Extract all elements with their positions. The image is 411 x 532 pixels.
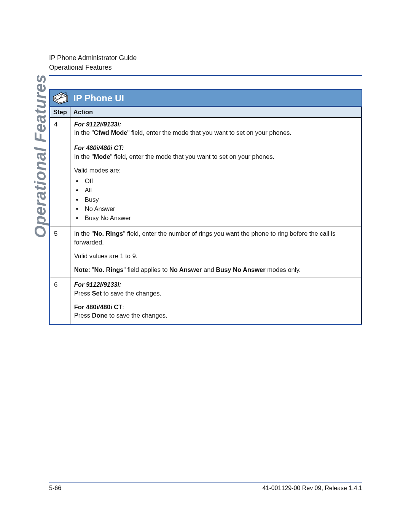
doc-id: 41-001129-00 Rev 09, Release 1.4.1	[263, 485, 362, 492]
model-heading: For 9112i/9133i:	[74, 281, 121, 288]
list-item: All	[83, 186, 357, 194]
text: to save the changes.	[108, 312, 167, 319]
step-action: For 9112i/9133i: In the "Cfwd Mode" fiel…	[70, 117, 361, 227]
step-number: 5	[50, 227, 70, 278]
text: Press	[74, 312, 92, 319]
text: Valid values are 1 to 9.	[74, 252, 357, 260]
text: "	[90, 266, 94, 273]
page-footer: 5-66 41-001129-00 Rev 09, Release 1.4.1	[49, 482, 362, 492]
page-number: 5-66	[49, 485, 61, 492]
list-item: Busy	[83, 195, 357, 204]
key-name: Set	[92, 290, 102, 297]
side-section-label: Operational Features	[31, 86, 49, 238]
text: Valid modes are:	[74, 166, 357, 174]
table-row: 4 For 9112i/9133i: In the "Cfwd Mode" fi…	[50, 117, 362, 227]
text: Press	[74, 290, 92, 297]
steps-body: 4 For 9112i/9133i: In the "Cfwd Mode" fi…	[50, 117, 362, 324]
header-subtitle: Operational Features	[49, 63, 362, 72]
procedure-panel: IP Phone UI Step Action 4 For 9112i/9133…	[49, 89, 362, 325]
list-item: No Answer	[83, 204, 357, 213]
field-name: No. Rings	[94, 266, 123, 273]
field-name: Cfwd Mode	[94, 129, 127, 136]
step-number: 4	[50, 117, 70, 227]
field-name: Mode	[94, 153, 110, 160]
step-number: 6	[50, 278, 70, 324]
text: In the "	[74, 129, 94, 136]
phone-icon	[53, 92, 68, 104]
col-action-header: Action	[70, 107, 361, 117]
page-body: IP Phone Administrator Guide Operational…	[49, 53, 362, 490]
text: to save the changes.	[102, 290, 161, 297]
text: " field applies to	[123, 266, 169, 273]
text: " field, enter the mode that you want to…	[127, 129, 292, 136]
panel-title-text: IP Phone UI	[73, 93, 124, 104]
text: :	[122, 304, 124, 310]
header-rule	[49, 75, 362, 76]
model-heading: For 480i/480i CT:	[74, 144, 124, 151]
text: In the "	[74, 230, 94, 237]
steps-table: Step Action 4 For 9112i/9133i: In the "C…	[50, 107, 362, 324]
list-item: Busy No Answer	[83, 214, 357, 222]
table-row: 6 For 9112i/9133i: Press Set to save the…	[50, 278, 362, 324]
running-header: IP Phone Administrator Guide Operational…	[49, 53, 362, 76]
text: " field, enter the mode that you want to…	[110, 153, 274, 160]
model-heading: For 9112i/9133i:	[74, 121, 121, 128]
list-item: Off	[83, 177, 357, 185]
modes-list: Off All Busy No Answer Busy No Answer	[83, 177, 357, 222]
text: In the "	[74, 153, 94, 160]
field-name: No. Rings	[94, 230, 123, 237]
step-action: In the "No. Rings" field, enter the numb…	[70, 227, 361, 278]
mode-name: No Answer	[169, 266, 202, 273]
col-step-header: Step	[50, 107, 70, 117]
panel-title-bar: IP Phone UI	[50, 90, 362, 107]
table-row: 5 In the "No. Rings" field, enter the nu…	[50, 227, 362, 278]
note-label: Note:	[74, 266, 90, 273]
mode-name: Busy No Answer	[216, 266, 266, 273]
text: modes only.	[266, 266, 301, 273]
header-title: IP Phone Administrator Guide	[49, 53, 362, 63]
footer-rule	[49, 482, 362, 482]
model-heading: For 480i/480i CT	[74, 304, 123, 310]
key-name: Done	[92, 312, 108, 319]
step-action: For 9112i/9133i: Press Set to save the c…	[70, 278, 361, 324]
text: and	[202, 266, 216, 273]
